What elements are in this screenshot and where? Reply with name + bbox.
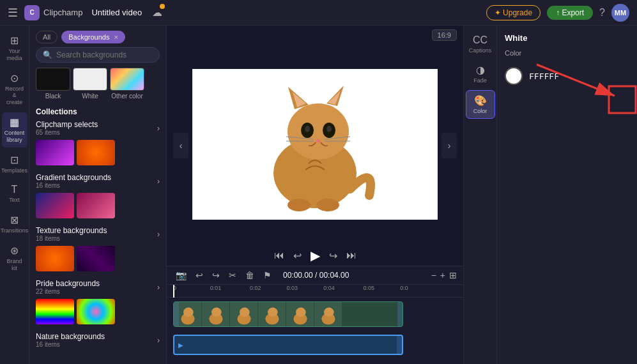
sidebar-item-templates[interactable]: ⊡ Templates	[2, 150, 27, 178]
collection-name-clipchamp: Clipchamp selects	[36, 120, 98, 129]
collection-thumb-item[interactable]	[77, 299, 115, 324]
sidebar-item-your-media[interactable]: ⊞ Your media	[2, 31, 27, 66]
preset-white[interactable]: White	[73, 68, 107, 100]
timeline-toolbar: 📷 ↩ ↪ ✂ 🗑 ⚑ 00:00.00 / 00:04.00 − + ⊞	[167, 266, 463, 285]
collection-name-gradient: Gradient backgrounds	[36, 173, 111, 182]
upgrade-button[interactable]: ✦ Upgrade	[486, 5, 541, 20]
frame-thumb	[204, 303, 227, 326]
collection-thumb-item[interactable]	[77, 193, 115, 218]
preview-top-bar: 16:9	[167, 26, 463, 45]
sidebar-item-record-create[interactable]: ⊙ Record & create	[2, 68, 27, 110]
timeline-flag-button[interactable]: ⚑	[261, 269, 274, 282]
collection-header-nature[interactable]: Nature backgrounds 16 items ›	[36, 332, 160, 348]
right-properties-panel: White Color FFFFFF	[496, 26, 637, 364]
topbar-logo: C Clipchamp	[24, 5, 82, 20]
collection-pride-backgrounds: Pride backgrounds 22 items ›	[36, 279, 160, 324]
clip-resize-right[interactable]	[397, 302, 403, 326]
sidebar-item-label-brand: Brand kit	[4, 258, 25, 272]
video-title[interactable]: Untitled video	[91, 8, 142, 17]
timeline-delete-button[interactable]: 🗑	[243, 269, 257, 282]
sidebar-item-brand-kit[interactable]: ⊛ Brand kit	[2, 241, 27, 276]
collection-name-texture: Texture backgrounds	[36, 226, 107, 235]
right-panel-icons: CC Captions ◑ Fade 🎨 Color	[463, 26, 496, 364]
sidebar-item-label-record: Record & create	[4, 86, 25, 106]
content-panel: All Backgrounds × 🔍 Black White Other co…	[29, 26, 167, 364]
ruler-mark-4: 0:04	[323, 285, 335, 291]
collection-thumb-item[interactable]	[36, 140, 74, 165]
timeline-redo-button[interactable]: ↪	[210, 269, 222, 282]
export-button[interactable]: ↑ Export	[547, 6, 593, 20]
collection-thumb-item[interactable]	[77, 140, 115, 165]
preset-other-label: Other color	[111, 93, 142, 100]
preset-black-thumb	[36, 68, 70, 91]
collection-thumbs-pride	[36, 299, 160, 324]
clip-frame	[314, 302, 342, 326]
sidebar-item-text[interactable]: T Text	[2, 180, 27, 208]
color-swatch[interactable]	[505, 67, 523, 85]
sidebar-item-label-transitions: Transitions	[1, 227, 29, 234]
fast-forward-button[interactable]: ↪	[329, 250, 337, 262]
bg-clip-resize-right[interactable]	[397, 336, 402, 354]
collection-thumbs-clipchamp	[36, 140, 160, 165]
collection-thumb-item[interactable]	[77, 246, 115, 271]
rp-label-color: Color	[473, 108, 487, 114]
ruler-mark-5: 0:05	[363, 285, 374, 291]
video-track-row	[173, 300, 463, 328]
play-button[interactable]: ▶	[311, 248, 320, 263]
collection-thumb-item[interactable]	[36, 193, 74, 218]
collection-header-clipchamp[interactable]: Clipchamp selects 65 items ›	[36, 120, 160, 136]
zoom-in-button[interactable]: +	[440, 270, 445, 280]
preview-right-arrow[interactable]: ›	[441, 133, 457, 158]
panel-scroll: Collections Clipchamp selects 65 items ›	[29, 105, 166, 364]
tab-backgrounds[interactable]: Backgrounds ×	[61, 31, 125, 43]
collection-header-pride[interactable]: Pride backgrounds 22 items ›	[36, 279, 160, 295]
playback-controls: ⏮ ↩ ▶ ↪ ⏭	[167, 244, 463, 266]
collection-arrow-clipchamp: ›	[157, 124, 160, 133]
clip-resize-left[interactable]	[174, 302, 179, 326]
collection-thumb-item[interactable]	[36, 246, 74, 271]
collection-name-nature: Nature backgrounds	[36, 332, 105, 341]
sidebar-item-label-your-media: Your media	[4, 48, 25, 62]
rp-item-color[interactable]: 🎨 Color	[466, 90, 495, 119]
tab-close[interactable]: ×	[114, 33, 118, 41]
collection-header-texture[interactable]: Texture backgrounds 18 items ›	[36, 226, 160, 242]
fit-button[interactable]: ⊞	[449, 270, 457, 280]
sidebar-item-label-templates: Templates	[1, 167, 27, 174]
video-clip[interactable]	[173, 301, 403, 327]
menu-icon[interactable]: ☰	[8, 6, 18, 20]
collection-nature-backgrounds: Nature backgrounds 16 items ›	[36, 332, 160, 348]
preset-other[interactable]: Other color	[110, 68, 144, 100]
ruler-marks: 0 0:01 0:02 0:03 0:04 0:05 0:0	[173, 285, 457, 298]
timeline-undo-button[interactable]: ↩	[193, 269, 206, 282]
skip-back-button[interactable]: ⏮	[274, 250, 284, 261]
skip-forward-button[interactable]: ⏭	[346, 250, 357, 261]
collection-count-gradient: 16 items	[36, 182, 111, 189]
rp-item-fade[interactable]: ◑ Fade	[466, 60, 495, 87]
collection-thumb-item[interactable]	[36, 299, 74, 324]
brand-kit-icon: ⊛	[10, 245, 19, 257]
timeline-cut-button[interactable]: ✂	[226, 269, 239, 282]
sidebar-item-content-library[interactable]: ▦ Content library	[2, 112, 27, 148]
rewind-button[interactable]: ↩	[293, 250, 302, 262]
record-icon: ⊙	[10, 72, 19, 84]
collection-clipchamp-selects: Clipchamp selects 65 items ›	[36, 120, 160, 165]
collection-header-gradient[interactable]: Gradient backgrounds 16 items ›	[36, 173, 160, 189]
svg-point-1	[288, 103, 349, 160]
help-button[interactable]: ?	[599, 7, 605, 19]
ruler-mark-3: 0:03	[287, 285, 298, 291]
search-input[interactable]	[56, 50, 153, 59]
rp-item-captions[interactable]: CC Captions	[466, 31, 495, 57]
preview-left-arrow[interactable]: ‹	[173, 133, 188, 158]
zoom-out-button[interactable]: −	[431, 270, 436, 280]
sidebar-item-transitions[interactable]: ⊠ Transitions	[2, 210, 27, 238]
clip-frames	[174, 302, 342, 326]
collection-arrow-pride: ›	[157, 283, 160, 292]
svg-point-20	[211, 308, 221, 317]
timeline-area: 📷 ↩ ↪ ✂ 🗑 ⚑ 00:00.00 / 00:04.00 − + ⊞ 0 …	[167, 266, 463, 364]
timeline-camera-button[interactable]: 📷	[173, 269, 189, 282]
rp-label-fade: Fade	[473, 77, 487, 84]
tab-all[interactable]: All	[36, 31, 58, 43]
preset-white-thumb	[73, 68, 107, 91]
bg-clip[interactable]: ▶	[173, 335, 403, 355]
preset-black[interactable]: Black	[36, 68, 70, 100]
